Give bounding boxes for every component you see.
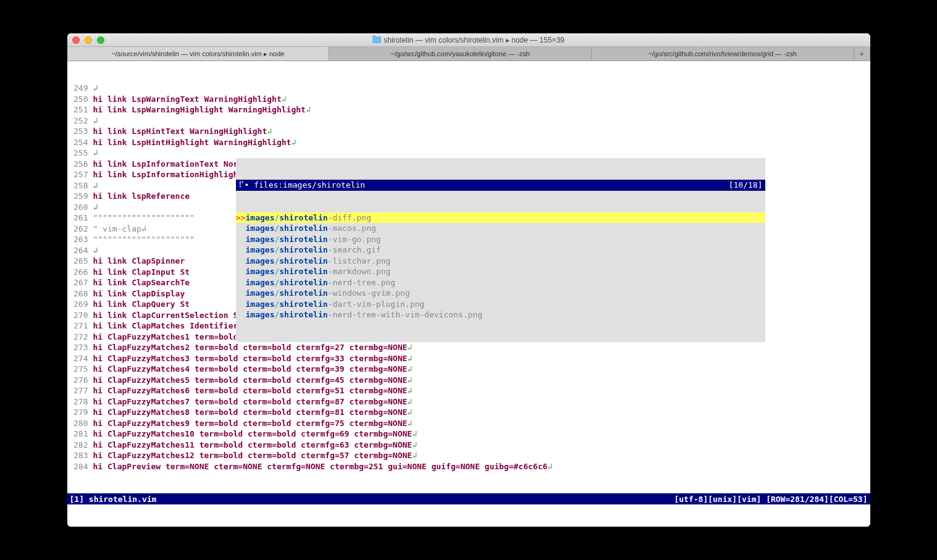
popup-item[interactable]: images/shirotelin-vim-go.png — [236, 234, 765, 245]
code-line: 255↲ — [67, 148, 870, 159]
window-title-text: shirotelin — vim colors/shirotelin.vim ▸… — [384, 36, 564, 44]
code-line: 282hi ClapFuzzyMatches11 term=bold cterm… — [67, 440, 870, 451]
terminal-window: shirotelin — vim colors/shirotelin.vim ▸… — [67, 33, 870, 527]
popup-item[interactable]: images/shirotelin-nerd-tree.png — [236, 277, 765, 288]
code-line: 280hi ClapFuzzyMatches9 term=bold cterm=… — [67, 418, 870, 429]
tab-bar: ~/source/vim/shirotelin — vim colors/shi… — [67, 47, 870, 61]
popup-item[interactable]: images/shirotelin-nerd-tree-with-vim-dev… — [236, 309, 765, 320]
fuzzy-finder-popup[interactable]: ⠏• files:images/shirotelin [10/18] >>ima… — [236, 158, 765, 342]
tab[interactable]: ~/go/src/github.com/rivo/tview/demos/gri… — [592, 47, 854, 61]
popup-item[interactable]: images/shirotelin-dart-vim-plugin.png — [236, 299, 765, 310]
code-line: 284hi ClapPreview term=NONE cterm=NONE c… — [67, 461, 870, 472]
titlebar[interactable]: shirotelin — vim colors/shirotelin.vim ▸… — [67, 33, 870, 47]
tab[interactable]: ~/source/vim/shirotelin — vim colors/shi… — [67, 47, 330, 61]
window-title: shirotelin — vim colors/shirotelin.vim ▸… — [67, 36, 870, 44]
status-position: [utf-8][unix][vim] [ROW=281/284][COL=53] — [674, 495, 867, 504]
code-line: 250hi link LspWarningText WarningHighlig… — [67, 94, 870, 105]
code-line: 252↲ — [67, 115, 870, 127]
code-line: 279hi ClapFuzzyMatches8 term=bold cterm=… — [67, 407, 870, 418]
code-line: 276hi ClapFuzzyMatches5 term=bold cterm=… — [67, 375, 870, 386]
code-line: 254hi link LspHintHighlight WarningHighl… — [67, 137, 870, 148]
popup-item[interactable]: images/shirotelin-windows-gvim.png — [236, 288, 765, 299]
popup-item[interactable]: images/shirotelin-macos.png — [236, 223, 765, 234]
editor-area[interactable]: 249↲250hi link LspWarningText WarningHig… — [67, 61, 870, 493]
tab[interactable]: ~/go/src/github.com/yasukotelin/gitone —… — [329, 47, 592, 61]
code-line: 273hi ClapFuzzyMatches2 term=bold cterm=… — [67, 342, 870, 353]
code-line: 251hi link LspWarningHighlight WarningHi… — [67, 104, 870, 115]
code-line: 278hi ClapFuzzyMatches7 term=bold cterm=… — [67, 396, 870, 407]
code-line: 274hi ClapFuzzyMatches3 term=bold cterm=… — [67, 353, 870, 364]
popup-item[interactable]: >>images/shirotelin-diff.png — [236, 212, 765, 224]
popup-item[interactable]: images/shirotelin-search.gif — [236, 244, 765, 256]
code-line: 253hi link LspHintText WarningHighlight↲ — [67, 126, 870, 137]
code-line: 249↲ — [67, 83, 870, 94]
code-line: 275hi ClapFuzzyMatches4 term=bold cterm=… — [67, 364, 870, 375]
code-line: 283hi ClapFuzzyMatches12 term=bold cterm… — [67, 450, 870, 461]
popup-count: [10/18] — [729, 180, 763, 191]
popup-list[interactable]: >>images/shirotelin-diff.pngimages/shiro… — [236, 212, 765, 320]
folder-icon — [372, 36, 381, 43]
popup-item[interactable]: images/shirotelin-markdown.png — [236, 266, 765, 277]
status-bar: [1] shirotelin.vim [utf-8][unix][vim] [R… — [67, 493, 870, 504]
code-line: 281hi ClapFuzzyMatches10 term=bold cterm… — [67, 428, 870, 440]
code-line: 277hi ClapFuzzyMatches6 term=bold cterm=… — [67, 385, 870, 396]
popup-header: ⠏• files:images/shirotelin [10/18] — [236, 180, 765, 191]
popup-item[interactable]: images/shirotelin-listchar.png — [236, 256, 765, 267]
status-filename: [1] shirotelin.vim — [70, 495, 674, 504]
new-tab-button[interactable]: + — [854, 47, 870, 61]
terminal-padding — [67, 504, 870, 527]
popup-prompt: ⠏• files:images/shirotelin — [238, 180, 729, 191]
